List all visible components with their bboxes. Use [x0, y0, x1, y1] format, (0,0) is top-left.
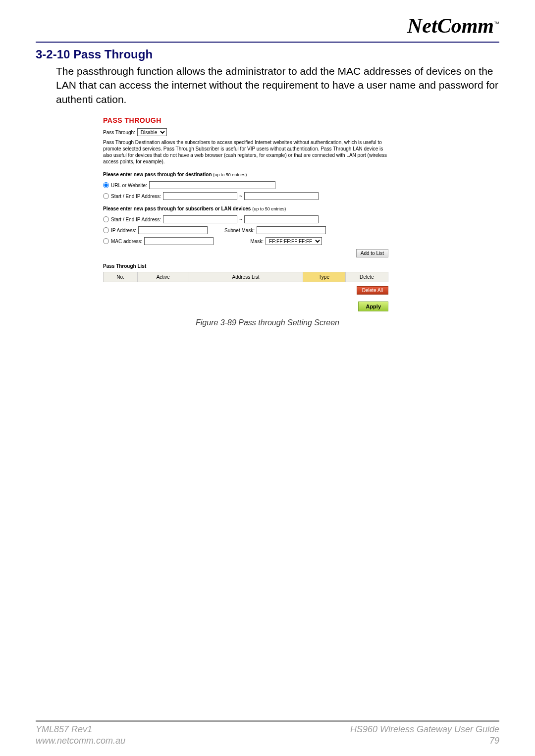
settings-screenshot: PASS THROUGH Pass Through: Disable Pass …	[103, 116, 388, 311]
subnet-mask-label: Subnet Mask:	[224, 228, 255, 233]
dest-ip-range-row: Start / End IP Address: ~	[103, 192, 388, 200]
url-label: URL or Website:	[111, 183, 147, 188]
logo: NetComm™	[407, 14, 499, 38]
col-delete: Delete	[345, 272, 388, 282]
footer-divider	[36, 720, 499, 722]
dest-ip-range-label: Start / End IP Address:	[111, 194, 161, 199]
subs-start-ip-input[interactable]	[163, 215, 237, 223]
mask-select[interactable]: FF:FF:FF:FF:FF:FF	[266, 237, 322, 245]
logo-text: NetComm	[407, 14, 494, 37]
dest-ip-range-radio[interactable]	[103, 193, 109, 199]
url-radio[interactable]	[103, 182, 109, 188]
ip-address-input[interactable]	[138, 226, 208, 234]
table-header-row: No. Active Address List Type Delete	[104, 272, 388, 282]
pass-through-select[interactable]: Disable	[137, 128, 167, 136]
subs-ip-range-row: Start / End IP Address: ~	[103, 215, 388, 223]
page-footer: YML857 Rev1 www.netcomm.com.au HS960 Wir…	[36, 720, 499, 746]
col-address: Address List	[189, 272, 303, 282]
pass-through-toggle-row: Pass Through: Disable	[103, 128, 388, 136]
footer-row: YML857 Rev1 www.netcomm.com.au HS960 Wir…	[36, 724, 499, 746]
col-type: Type	[303, 272, 345, 282]
subs-end-ip-input[interactable]	[244, 215, 319, 223]
apply-button[interactable]: Apply	[358, 302, 388, 311]
mac-label: MAC address:	[111, 239, 142, 244]
pass-through-list-table: No. Active Address List Type Delete	[103, 272, 388, 282]
ip-address-row: IP Address: Subnet Mask:	[103, 226, 388, 234]
dest-end-ip-input[interactable]	[244, 192, 319, 200]
section-title: 3-2-10 Pass Through	[36, 48, 499, 61]
ip-address-label: IP Address:	[111, 228, 136, 233]
delete-all-button[interactable]: Delete All	[357, 286, 388, 295]
mask-label: Mask:	[250, 239, 264, 244]
ip-address-radio[interactable]	[103, 227, 109, 233]
footer-url: www.netcomm.com.au	[36, 735, 125, 747]
description-text: Pass Through Destination allows the subs…	[103, 139, 388, 165]
header-divider	[36, 42, 499, 43]
footer-guide-title: HS960 Wireless Gateway User Guide	[350, 724, 499, 735]
col-active: Active	[138, 272, 189, 282]
mac-radio[interactable]	[103, 238, 109, 244]
destination-heading: Please enter new pass through for destin…	[103, 172, 388, 177]
apply-row: Apply	[103, 302, 388, 311]
footer-rev: YML857 Rev1	[36, 724, 125, 735]
url-website-row: URL or Website:	[103, 181, 388, 189]
footer-page-number: 79	[350, 735, 499, 747]
add-to-list-button[interactable]: Add to List	[356, 249, 388, 257]
page-header: NetComm™	[0, 0, 535, 42]
list-title: Pass Through List	[103, 263, 388, 269]
panel-title: PASS THROUGH	[103, 116, 388, 124]
subs-ip-range-label: Start / End IP Address:	[111, 217, 161, 222]
add-button-row: Add to List	[103, 249, 388, 257]
mac-address-row: MAC address: Mask: FF:FF:FF:FF:FF:FF	[103, 237, 388, 245]
delete-all-row: Delete All	[103, 286, 388, 295]
footer-right: HS960 Wireless Gateway User Guide 79	[350, 724, 499, 746]
dest-start-ip-input[interactable]	[163, 192, 237, 200]
body-text: The passthrough function allows the admi…	[56, 64, 499, 106]
trademark-symbol: ™	[494, 20, 499, 26]
subs-ip-range-radio[interactable]	[103, 216, 109, 222]
footer-left: YML857 Rev1 www.netcomm.com.au	[36, 724, 125, 746]
pass-through-label: Pass Through:	[103, 130, 135, 135]
subscriber-heading: Please enter new pass through for subscr…	[103, 206, 388, 211]
figure-caption: Figure 3-89 Pass through Setting Screen	[0, 318, 535, 327]
subnet-mask-input[interactable]	[257, 226, 326, 234]
col-no: No.	[104, 272, 138, 282]
url-input[interactable]	[149, 181, 275, 189]
mac-input[interactable]	[144, 237, 214, 245]
